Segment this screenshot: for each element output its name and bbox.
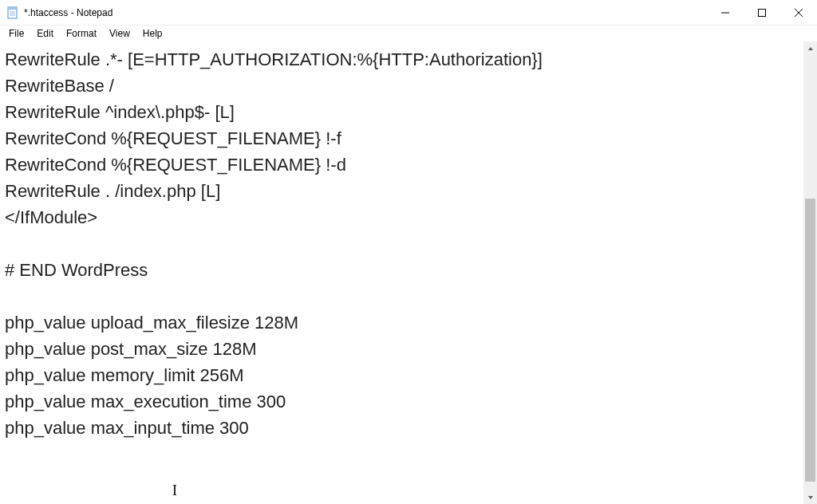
minimize-button[interactable] xyxy=(707,0,744,26)
scroll-track[interactable] xyxy=(803,55,817,490)
window-title: *.htaccess - Notepad xyxy=(24,7,112,18)
maximize-button[interactable] xyxy=(744,0,780,26)
svg-marker-9 xyxy=(808,47,813,50)
text-caret-icon: I xyxy=(172,482,177,499)
titlebar: *.htaccess - Notepad xyxy=(0,0,817,26)
close-button[interactable] xyxy=(780,0,817,26)
svg-rect-1 xyxy=(8,7,17,10)
scroll-up-arrow-icon[interactable] xyxy=(803,41,817,55)
menu-format[interactable]: Format xyxy=(61,26,102,41)
notepad-icon xyxy=(6,6,19,19)
menubar: File Edit Format View Help xyxy=(0,26,817,41)
svg-rect-6 xyxy=(759,9,766,16)
editor-area: RewriteRule .*- [E=HTTP_AUTHORIZATION:%{… xyxy=(0,41,817,504)
menu-file[interactable]: File xyxy=(3,26,30,41)
menu-edit[interactable]: Edit xyxy=(31,26,59,41)
vertical-scrollbar[interactable] xyxy=(803,41,817,504)
menu-help[interactable]: Help xyxy=(137,26,168,41)
menu-view[interactable]: View xyxy=(104,26,136,41)
svg-marker-10 xyxy=(808,496,813,499)
text-content[interactable]: RewriteRule .*- [E=HTTP_AUTHORIZATION:%{… xyxy=(0,41,803,504)
scroll-thumb[interactable] xyxy=(805,199,815,482)
scroll-down-arrow-icon[interactable] xyxy=(803,490,817,504)
